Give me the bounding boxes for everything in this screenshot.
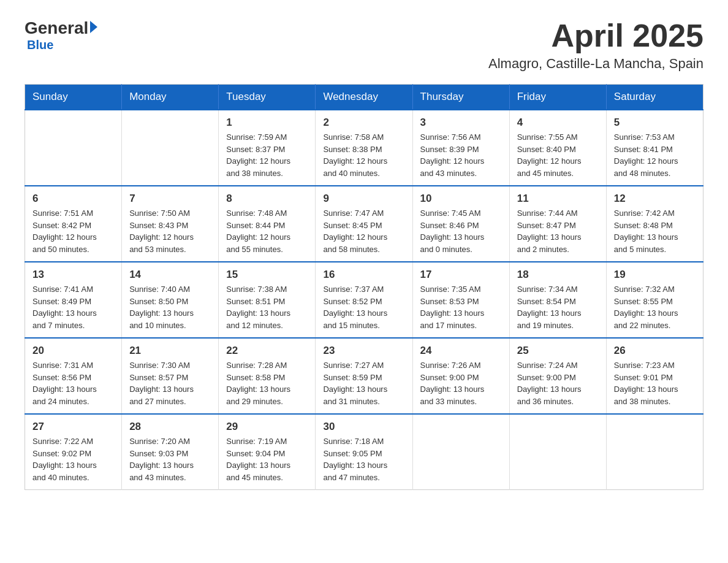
- calendar-cell: 29Sunrise: 7:19 AM Sunset: 9:04 PM Dayli…: [219, 414, 316, 490]
- day-info: Sunrise: 7:59 AM Sunset: 8:37 PM Dayligh…: [226, 131, 308, 179]
- day-number: 8: [226, 193, 308, 205]
- calendar-week-row: 20Sunrise: 7:31 AM Sunset: 8:56 PM Dayli…: [25, 338, 703, 414]
- calendar-day-header: Tuesday: [219, 85, 316, 110]
- day-info: Sunrise: 7:23 AM Sunset: 9:01 PM Dayligh…: [614, 359, 696, 407]
- day-number: 3: [420, 117, 502, 129]
- day-info: Sunrise: 7:37 AM Sunset: 8:52 PM Dayligh…: [323, 283, 404, 331]
- day-number: 7: [129, 193, 211, 205]
- day-info: Sunrise: 7:42 AM Sunset: 8:48 PM Dayligh…: [614, 207, 696, 255]
- logo-arrow-icon: [90, 21, 97, 33]
- day-info: Sunrise: 7:24 AM Sunset: 9:00 PM Dayligh…: [517, 359, 599, 407]
- day-number: 30: [323, 421, 404, 433]
- calendar-cell: [509, 414, 606, 490]
- calendar-day-header: Saturday: [606, 85, 703, 110]
- day-info: Sunrise: 7:18 AM Sunset: 9:05 PM Dayligh…: [323, 435, 404, 483]
- day-number: 2: [323, 117, 404, 129]
- calendar-cell: 19Sunrise: 7:32 AM Sunset: 8:55 PM Dayli…: [606, 262, 703, 338]
- day-info: Sunrise: 7:56 AM Sunset: 8:39 PM Dayligh…: [420, 131, 502, 179]
- day-number: 23: [323, 345, 404, 357]
- calendar-cell: 13Sunrise: 7:41 AM Sunset: 8:49 PM Dayli…: [25, 262, 122, 338]
- calendar-day-header: Wednesday: [316, 85, 412, 110]
- calendar-cell: 16Sunrise: 7:37 AM Sunset: 8:52 PM Dayli…: [316, 262, 412, 338]
- day-number: 20: [32, 345, 114, 357]
- calendar-cell: 17Sunrise: 7:35 AM Sunset: 8:53 PM Dayli…: [412, 262, 509, 338]
- calendar-cell: 24Sunrise: 7:26 AM Sunset: 9:00 PM Dayli…: [412, 338, 509, 414]
- calendar-table: SundayMondayTuesdayWednesdayThursdayFrid…: [25, 84, 703, 490]
- day-number: 6: [32, 193, 114, 205]
- calendar-cell: 25Sunrise: 7:24 AM Sunset: 9:00 PM Dayli…: [509, 338, 606, 414]
- calendar-cell: 28Sunrise: 7:20 AM Sunset: 9:03 PM Dayli…: [122, 414, 219, 490]
- day-number: 24: [420, 345, 502, 357]
- calendar-week-row: 1Sunrise: 7:59 AM Sunset: 8:37 PM Daylig…: [25, 110, 703, 186]
- day-number: 26: [614, 345, 696, 357]
- calendar-week-row: 6Sunrise: 7:51 AM Sunset: 8:42 PM Daylig…: [25, 186, 703, 262]
- day-number: 13: [32, 269, 114, 281]
- day-number: 28: [129, 421, 211, 433]
- calendar-cell: 20Sunrise: 7:31 AM Sunset: 8:56 PM Dayli…: [25, 338, 122, 414]
- day-number: 10: [420, 193, 502, 205]
- calendar-day-header: Sunday: [25, 85, 122, 110]
- calendar-cell: [606, 414, 703, 490]
- day-number: 29: [226, 421, 308, 433]
- day-number: 5: [614, 117, 696, 129]
- day-info: Sunrise: 7:41 AM Sunset: 8:49 PM Dayligh…: [32, 283, 114, 331]
- day-info: Sunrise: 7:27 AM Sunset: 8:59 PM Dayligh…: [323, 359, 404, 407]
- calendar-cell: [122, 110, 219, 186]
- calendar-cell: 27Sunrise: 7:22 AM Sunset: 9:02 PM Dayli…: [25, 414, 122, 490]
- day-info: Sunrise: 7:31 AM Sunset: 8:56 PM Dayligh…: [32, 359, 114, 407]
- calendar-day-header: Thursday: [412, 85, 509, 110]
- calendar-cell: 3Sunrise: 7:56 AM Sunset: 8:39 PM Daylig…: [412, 110, 509, 186]
- calendar-cell: 15Sunrise: 7:38 AM Sunset: 8:51 PM Dayli…: [219, 262, 316, 338]
- logo: General Blue: [25, 18, 97, 52]
- day-number: 11: [517, 193, 599, 205]
- calendar-cell: 7Sunrise: 7:50 AM Sunset: 8:43 PM Daylig…: [122, 186, 219, 262]
- calendar-cell: 21Sunrise: 7:30 AM Sunset: 8:57 PM Dayli…: [122, 338, 219, 414]
- day-info: Sunrise: 7:30 AM Sunset: 8:57 PM Dayligh…: [129, 359, 211, 407]
- day-info: Sunrise: 7:35 AM Sunset: 8:53 PM Dayligh…: [420, 283, 502, 331]
- calendar-cell: 26Sunrise: 7:23 AM Sunset: 9:01 PM Dayli…: [606, 338, 703, 414]
- day-info: Sunrise: 7:38 AM Sunset: 8:51 PM Dayligh…: [226, 283, 308, 331]
- page-title: April 2025: [488, 18, 703, 53]
- day-number: 15: [226, 269, 308, 281]
- logo-text: General: [25, 18, 97, 38]
- calendar-cell: 22Sunrise: 7:28 AM Sunset: 8:58 PM Dayli…: [219, 338, 316, 414]
- calendar-cell: 12Sunrise: 7:42 AM Sunset: 8:48 PM Dayli…: [606, 186, 703, 262]
- calendar-cell: 30Sunrise: 7:18 AM Sunset: 9:05 PM Dayli…: [316, 414, 412, 490]
- logo-general: General: [25, 18, 88, 38]
- day-info: Sunrise: 7:34 AM Sunset: 8:54 PM Dayligh…: [517, 283, 599, 331]
- day-info: Sunrise: 7:45 AM Sunset: 8:46 PM Dayligh…: [420, 207, 502, 255]
- calendar-day-header: Monday: [122, 85, 219, 110]
- logo-blue: Blue: [27, 38, 53, 52]
- day-number: 12: [614, 193, 696, 205]
- day-info: Sunrise: 7:22 AM Sunset: 9:02 PM Dayligh…: [32, 435, 114, 483]
- calendar-cell: 8Sunrise: 7:48 AM Sunset: 8:44 PM Daylig…: [219, 186, 316, 262]
- calendar-cell: 11Sunrise: 7:44 AM Sunset: 8:47 PM Dayli…: [509, 186, 606, 262]
- day-info: Sunrise: 7:51 AM Sunset: 8:42 PM Dayligh…: [32, 207, 114, 255]
- day-info: Sunrise: 7:32 AM Sunset: 8:55 PM Dayligh…: [614, 283, 696, 331]
- calendar-cell: [412, 414, 509, 490]
- page-subtitle: Almagro, Castille-La Mancha, Spain: [488, 56, 703, 72]
- day-info: Sunrise: 7:47 AM Sunset: 8:45 PM Dayligh…: [323, 207, 404, 255]
- day-info: Sunrise: 7:48 AM Sunset: 8:44 PM Dayligh…: [226, 207, 308, 255]
- calendar-day-header: Friday: [509, 85, 606, 110]
- day-info: Sunrise: 7:20 AM Sunset: 9:03 PM Dayligh…: [129, 435, 211, 483]
- calendar-header-row: SundayMondayTuesdayWednesdayThursdayFrid…: [25, 85, 703, 110]
- day-info: Sunrise: 7:50 AM Sunset: 8:43 PM Dayligh…: [129, 207, 211, 255]
- day-number: 21: [129, 345, 211, 357]
- day-number: 27: [32, 421, 114, 433]
- calendar-cell: 9Sunrise: 7:47 AM Sunset: 8:45 PM Daylig…: [316, 186, 412, 262]
- day-number: 25: [517, 345, 599, 357]
- day-number: 22: [226, 345, 308, 357]
- calendar-cell: 4Sunrise: 7:55 AM Sunset: 8:40 PM Daylig…: [509, 110, 606, 186]
- day-info: Sunrise: 7:58 AM Sunset: 8:38 PM Dayligh…: [323, 131, 404, 179]
- calendar-week-row: 27Sunrise: 7:22 AM Sunset: 9:02 PM Dayli…: [25, 414, 703, 490]
- calendar-cell: 10Sunrise: 7:45 AM Sunset: 8:46 PM Dayli…: [412, 186, 509, 262]
- day-number: 4: [517, 117, 599, 129]
- day-info: Sunrise: 7:19 AM Sunset: 9:04 PM Dayligh…: [226, 435, 308, 483]
- day-number: 17: [420, 269, 502, 281]
- header: General Blue April 2025 Almagro, Castill…: [25, 18, 703, 72]
- calendar-cell: 18Sunrise: 7:34 AM Sunset: 8:54 PM Dayli…: [509, 262, 606, 338]
- day-number: 9: [323, 193, 404, 205]
- day-info: Sunrise: 7:55 AM Sunset: 8:40 PM Dayligh…: [517, 131, 599, 179]
- day-number: 16: [323, 269, 404, 281]
